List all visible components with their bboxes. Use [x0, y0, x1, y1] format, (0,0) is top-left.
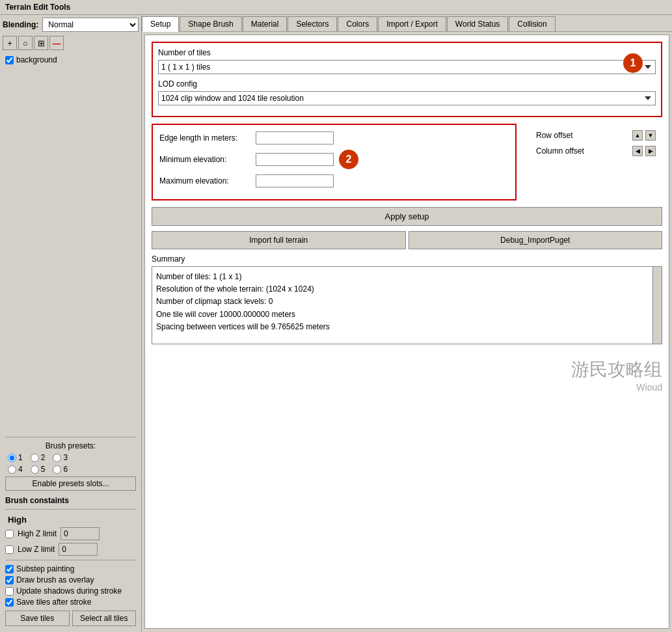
- high-z-label: High Z limit: [18, 529, 57, 538]
- number-of-tiles-label: Number of tiles: [158, 48, 656, 57]
- row-offset-down[interactable]: ▼: [645, 130, 656, 141]
- grid-button[interactable]: ⊞: [34, 36, 48, 50]
- high-z-input[interactable]: 0: [60, 527, 100, 540]
- badge-1: 1: [623, 53, 643, 73]
- summary-line-2: Resolution of the whole terrain: (1024 x…: [156, 283, 658, 295]
- draw-brush-row: Draw brush as overlay: [5, 575, 136, 584]
- col-offset-controls: ◀ ▶: [632, 146, 656, 156]
- low-z-label: Low Z limit: [18, 545, 55, 554]
- app-title: Terrain Edit Tools: [5, 3, 70, 12]
- col-offset-row: Column offset ◀ ▶: [536, 146, 656, 156]
- substep-row: Substep painting: [5, 564, 136, 573]
- tab-collision[interactable]: Collision: [509, 16, 555, 31]
- preset-6[interactable]: 6: [53, 465, 68, 474]
- radio-row-2: 4 5 6: [5, 465, 136, 474]
- save-tiles-row: Save tiles after stroke: [5, 598, 136, 607]
- low-z-input[interactable]: 0: [59, 543, 98, 556]
- col-offset-label: Column offset: [536, 146, 627, 156]
- lod-config-label: LOD config: [158, 79, 656, 89]
- summary-label: Summary: [152, 254, 662, 264]
- tiles-dropdown[interactable]: 1 ( 1 x 1 ) tiles: [158, 60, 656, 74]
- tab-shape-brush[interactable]: Shape Brush: [180, 16, 241, 31]
- tab-colors[interactable]: Colors: [338, 16, 377, 31]
- add-layer-button[interactable]: +: [3, 36, 17, 50]
- max-elevation-label: Maximum elevation:: [159, 176, 250, 185]
- left-panel: Blending: Normal + ○ ⊞ — background Brus…: [0, 15, 142, 631]
- update-shadows-label: Update shadows during stroke: [16, 586, 122, 596]
- preset-2[interactable]: 2: [31, 453, 46, 462]
- preset-5[interactable]: 5: [31, 465, 46, 474]
- save-tiles-checkbox[interactable]: [5, 598, 14, 607]
- substep-label: Substep painting: [16, 564, 74, 573]
- save-tiles-button[interactable]: Save tiles: [5, 611, 70, 626]
- row-offset-label: Row offset: [536, 131, 627, 140]
- min-elevation-row: Minimum elevation: 0 2: [159, 150, 509, 169]
- tab-world-status[interactable]: World Status: [447, 16, 508, 31]
- scrollbar[interactable]: [652, 267, 662, 344]
- tab-material[interactable]: Material: [243, 16, 288, 31]
- brush-presets-label: Brush presets:: [5, 441, 136, 450]
- tab-selectors[interactable]: Selectors: [288, 16, 337, 31]
- badge-2: 2: [339, 150, 358, 169]
- toolbar-row: + ○ ⊞ —: [3, 36, 139, 50]
- edge-length-input[interactable]: 10000: [256, 131, 334, 144]
- setup-grid: Edge length in meters: 10000 Minimum ele…: [152, 124, 662, 200]
- max-elevation-input[interactable]: 1000: [256, 174, 334, 187]
- update-shadows-checkbox[interactable]: [5, 587, 14, 596]
- radio-row-1: 1 2 3: [5, 453, 136, 462]
- tab-bar: Setup Shape Brush Material Selectors Col…: [142, 15, 672, 32]
- apply-setup-button[interactable]: Apply setup: [152, 207, 662, 226]
- max-elevation-row: Maximum elevation: 1000: [159, 174, 509, 187]
- draw-brush-checkbox[interactable]: [5, 576, 14, 584]
- tab-import-export[interactable]: Import / Export: [378, 16, 446, 31]
- preset-4[interactable]: 4: [8, 465, 23, 474]
- blending-row: Blending: Normal: [3, 18, 139, 32]
- select-all-tiles-button[interactable]: Select all tiles: [72, 611, 137, 626]
- import-terrain-button[interactable]: Import full terrain: [152, 231, 406, 249]
- watermark: 游民攻略组 Wioud: [152, 357, 662, 392]
- debug-import-button[interactable]: Debug_ImportPuget: [409, 231, 663, 249]
- right-panel: Setup Shape Brush Material Selectors Col…: [142, 15, 672, 631]
- row-offset-up[interactable]: ▲: [632, 130, 643, 141]
- substep-checkbox[interactable]: [5, 565, 14, 573]
- lod-dropdown[interactable]: 1024 clip window and 1024 tile resolutio…: [158, 91, 656, 105]
- preset-1[interactable]: 1: [8, 453, 23, 462]
- high-z-row: High Z limit 0: [5, 527, 136, 540]
- col-offset-right[interactable]: ▶: [645, 146, 656, 156]
- tab-setup[interactable]: Setup: [142, 16, 179, 32]
- update-shadows-row: Update shadows during stroke: [5, 586, 136, 596]
- action-buttons: Import full terrain Debug_ImportPuget: [152, 231, 662, 249]
- form-section: Edge length in meters: 10000 Minimum ele…: [152, 124, 517, 200]
- preset-3[interactable]: 3: [53, 453, 68, 462]
- enable-presets-button[interactable]: Enable presets slots...: [5, 476, 136, 491]
- low-z-checkbox[interactable]: [5, 545, 14, 554]
- edge-length-label: Edge length in meters:: [159, 133, 250, 143]
- summary-line-3: Number of clipmap stack levels: 0: [156, 295, 658, 308]
- title-bar: Terrain Edit Tools: [0, 0, 672, 15]
- min-elevation-input[interactable]: 0: [256, 153, 334, 166]
- save-tiles-checkbox-label: Save tiles after stroke: [16, 598, 91, 607]
- summary-box: Number of tiles: 1 (1 x 1) Resolution of…: [152, 266, 662, 344]
- min-elevation-label: Minimum elevation:: [159, 155, 250, 164]
- minus-button[interactable]: —: [49, 36, 64, 50]
- row-offset-controls: ▲ ▼: [632, 130, 656, 141]
- layer-item: background: [3, 54, 139, 66]
- summary-section: Summary Number of tiles: 1 (1 x 1) Resol…: [152, 254, 662, 344]
- summary-line-1: Number of tiles: 1 (1 x 1): [156, 271, 658, 283]
- low-z-row: Low Z limit 0: [5, 543, 136, 556]
- edge-length-row: Edge length in meters: 10000: [159, 131, 509, 144]
- summary-line-4: One tile will cover 10000.000000 meters: [156, 309, 658, 321]
- circle-button[interactable]: ○: [18, 36, 33, 50]
- blending-select[interactable]: Normal: [42, 18, 139, 32]
- blending-label: Blending:: [3, 20, 38, 29]
- high-z-checkbox[interactable]: [5, 530, 14, 538]
- draw-brush-label: Draw brush as overlay: [16, 575, 94, 584]
- col-offset-left[interactable]: ◀: [632, 146, 643, 156]
- brush-constraints-label: Brush constaints: [5, 496, 136, 505]
- layer-checkbox[interactable]: [5, 56, 14, 64]
- tiles-config-section: Number of tiles 1 ( 1 x 1 ) tiles 1 LOD …: [152, 42, 662, 117]
- high-label: High: [5, 514, 136, 526]
- row-offset-row: Row offset ▲ ▼: [536, 130, 656, 141]
- summary-line-5: Spacing between vertices will be 9.76562…: [156, 321, 658, 333]
- bottom-left: Brush presets: 1 2 3 4 5: [3, 430, 139, 629]
